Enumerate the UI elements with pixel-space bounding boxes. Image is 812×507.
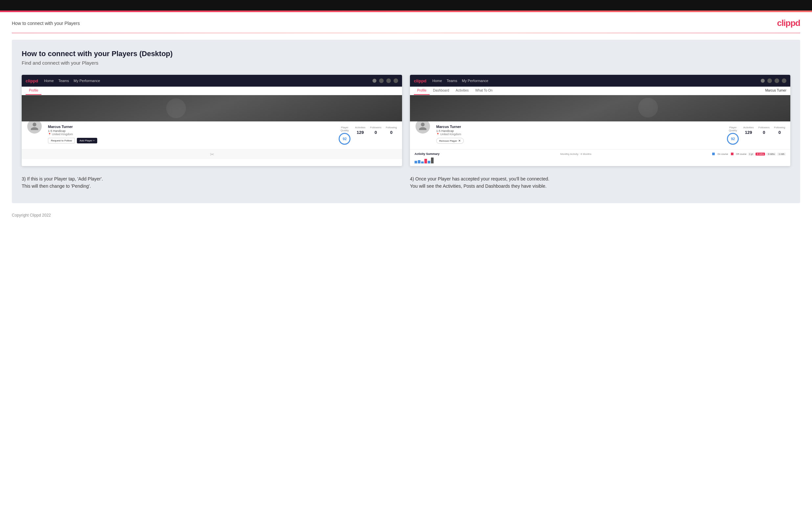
app-tabs-2: Profile Dashboard Activities What To On … [410, 87, 790, 95]
tab-activities-2[interactable]: Activities [452, 87, 472, 95]
main-content: How to connect with your Players (Deskto… [12, 40, 800, 203]
app-tabs-1: Profile [22, 87, 402, 95]
page-footer: Copyright Clippd 2022 [0, 210, 812, 221]
chart-bar-1 [414, 161, 417, 163]
scissor-icon: ✂ [210, 151, 214, 158]
profile-handicap-1: 1-5 Handicap [48, 129, 334, 132]
chart-bar-6 [431, 158, 434, 163]
profile-name-1: Marcus Turner [48, 125, 334, 129]
stat-followers-1: Followers 0 [369, 126, 382, 135]
app-nav-links-2: Home Teams My Performance [432, 79, 761, 83]
close-icon: ✕ [458, 139, 461, 143]
top-bar [0, 0, 812, 10]
profile-info-2: Marcus Turner 1-5 Handicap 📍 United King… [436, 125, 722, 144]
screenshot-1: clippd Home Teams My Performance Profile [22, 75, 402, 166]
chart-bar-3 [421, 161, 424, 163]
avatar-icon-2 [418, 122, 427, 131]
tab-dashboard-2[interactable]: Dashboard [429, 87, 452, 95]
screenshots-row: clippd Home Teams My Performance Profile [22, 75, 790, 166]
user-icon-2[interactable] [767, 78, 772, 83]
profile-info-1: Marcus Turner 1-5 Handicap 📍 United King… [48, 125, 334, 144]
add-player-button[interactable]: Add Player + [77, 138, 97, 144]
profile-buttons-1: Request to Follow Add Player + [48, 138, 334, 144]
activity-header: Activity Summary Monthly Activity · 6 Mo… [414, 152, 786, 156]
stats-group-1: Player Quality 92 Activities 129 Followe… [339, 126, 398, 145]
profile-handicap-2: 1-5 Handicap [436, 129, 722, 132]
period-1mth[interactable]: 1 mth [777, 153, 786, 156]
stat-following-2: Following 0 [773, 126, 786, 135]
period-3mths[interactable]: 3 mths [766, 153, 776, 156]
breadcrumb: How to connect with your Players [12, 21, 80, 26]
period-1yr[interactable]: 1 yr [748, 153, 755, 156]
nav-home-2[interactable]: Home [432, 79, 442, 83]
descriptions-row: 3) If this is your Player tap, 'Add Play… [22, 175, 790, 190]
app-navbar-2: clippd Home Teams My Performance [410, 75, 790, 87]
tab-profile-2[interactable]: Profile [414, 87, 429, 95]
stat-activities-2: Activities 129 [742, 126, 755, 135]
off-course-dot [731, 153, 733, 155]
profile-section-1: Marcus Turner 1-5 Handicap 📍 United King… [22, 121, 402, 149]
quality-circle-1: 92 [339, 133, 351, 145]
screenshot-2: clippd Home Teams My Performance Profile… [410, 75, 790, 166]
app-nav-links-1: Home Teams My Performance [44, 79, 372, 83]
activity-title: Activity Summary [414, 152, 440, 156]
copyright: Copyright Clippd 2022 [12, 213, 51, 218]
main-subtitle: Find and connect with your Players [22, 60, 790, 66]
page-header: How to connect with your Players clippd [0, 12, 812, 33]
app-logo-1: clippd [26, 78, 38, 83]
app-banner-2 [410, 95, 790, 121]
stat-quality-2: Player Quality 92 [727, 126, 739, 145]
profile-name-2: Marcus Turner [436, 125, 722, 129]
profile-icon-2[interactable] [782, 78, 786, 83]
tab-profile-1[interactable]: Profile [26, 87, 41, 95]
period-6mths[interactable]: 6 mths [756, 153, 765, 156]
profile-location-2: 📍 United Kingdom [436, 132, 722, 136]
on-course-label: On course [717, 153, 728, 155]
stat-followers-2: Followers 0 [758, 126, 770, 135]
activity-summary: Activity Summary Monthly Activity · 6 Mo… [410, 149, 790, 166]
nav-teams-2[interactable]: Teams [447, 79, 457, 83]
nav-home-1[interactable]: Home [44, 79, 54, 83]
app-nav-icons-2 [761, 78, 786, 83]
app-navbar-1: clippd Home Teams My Performance [22, 75, 402, 87]
description-3: 3) If this is your Player tap, 'Add Play… [22, 175, 402, 190]
description-text-4: 4) Once your Player has accepted your re… [410, 175, 790, 190]
quality-circle-2: 92 [727, 133, 739, 145]
nav-myperformance-2[interactable]: My Performance [462, 79, 489, 83]
profile-location-1: 📍 United Kingdom [48, 132, 334, 136]
tab-whattoon-2[interactable]: What To On [472, 87, 496, 95]
settings-icon-2[interactable] [774, 78, 779, 83]
request-follow-button[interactable]: Request to Follow [48, 138, 75, 144]
search-icon-2[interactable] [761, 79, 765, 83]
app-logo-2: clippd [414, 78, 426, 83]
off-course-label: Off course [736, 153, 747, 155]
description-text-3: 3) If this is your Player tap, 'Add Play… [22, 175, 402, 190]
on-course-dot [712, 153, 715, 155]
remove-player-button[interactable]: Remove Player ✕ [436, 138, 464, 144]
stat-quality-1: Player Quality 92 [339, 126, 351, 145]
search-icon-1[interactable] [372, 79, 376, 83]
banner-overlay-2 [410, 95, 790, 121]
user-icon-1[interactable] [379, 78, 384, 83]
profile-buttons-2: Remove Player ✕ [436, 138, 722, 144]
activity-legend: On course Off course [712, 153, 746, 155]
chart-bar-4 [424, 159, 427, 163]
profile-section-2: Marcus Turner 1-5 Handicap 📍 United King… [410, 121, 790, 149]
stat-following-1: Following 0 [385, 126, 398, 135]
banner-overlay-1 [22, 95, 402, 121]
avatar-icon-1 [30, 122, 39, 131]
main-title: How to connect with your Players (Deskto… [22, 50, 790, 58]
app-nav-icons-1 [372, 78, 398, 83]
stat-activities-1: Activities 129 [354, 126, 366, 135]
nav-myperformance-1[interactable]: My Performance [73, 79, 100, 83]
mini-chart [414, 157, 786, 163]
settings-icon-1[interactable] [386, 78, 391, 83]
screenshot-fade-1: ✂ [22, 149, 402, 159]
user-label-2: Marcus Turner [765, 87, 786, 95]
profile-icon-1[interactable] [394, 78, 398, 83]
stats-group-2: Player Quality 92 Activities 129 Followe… [727, 126, 786, 145]
activity-controls: On course Off course 1 yr 6 mths 3 mths … [712, 153, 786, 156]
nav-teams-1[interactable]: Teams [58, 79, 69, 83]
app-banner-1 [22, 95, 402, 121]
activity-period: Monthly Activity · 6 Months [560, 153, 592, 156]
